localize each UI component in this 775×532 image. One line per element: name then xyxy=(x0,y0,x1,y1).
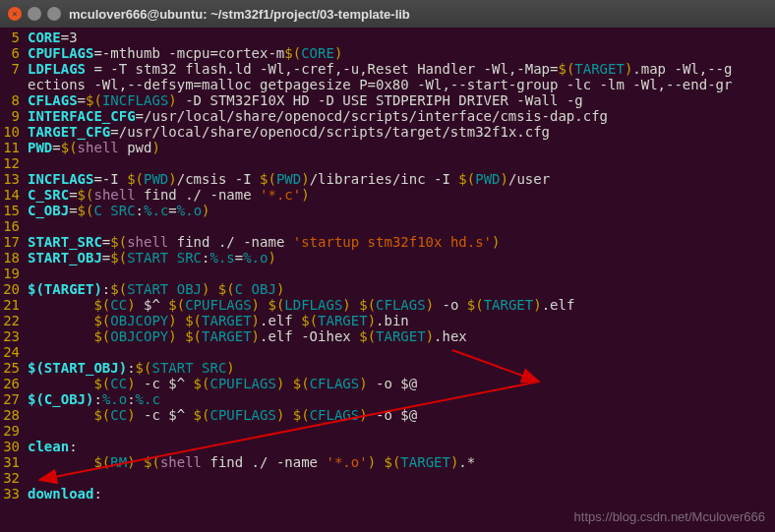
code-line: 11PWD=$(shell pwd) xyxy=(0,140,775,155)
code-line: 22 $(OBJCOPY) $(TARGET).elf $(TARGET).bi… xyxy=(0,313,775,328)
code-line: 23 $(OBJCOPY) $(TARGET).elf -Oihex $(TAR… xyxy=(0,328,775,344)
code-line: 33download: xyxy=(0,486,775,502)
code-line: 13INCFLAGS=-I $(PWD)/cmsis -I $(PWD)/lib… xyxy=(0,171,775,187)
code-line: 20$(TARGET):$(START_OBJ) $(C_OBJ) xyxy=(0,281,775,297)
code-line: 8CFLAGS=$(INCFLAGS) -D STM32F10X_HD -D U… xyxy=(0,92,775,108)
code-line: 27$(C_OBJ):%.o:%.c xyxy=(0,391,775,407)
code-line: 30clean: xyxy=(0,439,775,454)
code-line: 28 $(CC) -c $^ $(CPUFLAGS) $(CFLAGS) -o … xyxy=(0,407,775,423)
code-line: 21 $(CC) $^ $(CPUFLAGS) $(LDFLAGS) $(CFL… xyxy=(0,297,775,313)
code-line: 9INTERFACE_CFG=/usr/local/share/openocd/… xyxy=(0,108,775,124)
watermark: https://blog.csdn.net/Mculover666 xyxy=(574,509,765,524)
code-line: 24 xyxy=(0,344,775,360)
code-line: 12 xyxy=(0,155,775,171)
code-line: 10TARGET_CFG=/usr/local/share/openocd/sc… xyxy=(0,124,775,140)
window-title: mculover666@ubuntu: ~/stm32f1/project/03… xyxy=(69,7,410,22)
window-maximize-button[interactable] xyxy=(47,7,61,21)
code-line: 18START_OBJ=$(START_SRC:%.s=%.o) xyxy=(0,250,775,266)
code-line: 5CORE=3 xyxy=(0,30,775,45)
code-line: 32 xyxy=(0,470,775,486)
window-controls: × xyxy=(8,7,61,21)
code-line: 16 xyxy=(0,218,775,234)
window-close-button[interactable]: × xyxy=(8,7,22,21)
code-line: 17START_SRC=$(shell find ./ -name 'start… xyxy=(0,234,775,250)
code-line: 14C_SRC=$(shell find ./ -name '*.c') xyxy=(0,187,775,203)
code-line: 19 xyxy=(0,266,775,281)
window-minimize-button[interactable] xyxy=(28,7,41,21)
terminal-area[interactable]: 5CORE=3 6CPUFLAGS=-mthumb -mcpu=cortex-m… xyxy=(0,28,775,532)
code-line: 31 $(RM) $(shell find ./ -name '*.o') $(… xyxy=(0,454,775,470)
code-line: ections -Wl,--defsym=malloc_getpagesize_… xyxy=(0,77,775,92)
code-line: 6CPUFLAGS=-mthumb -mcpu=cortex-m$(CORE) xyxy=(0,45,775,61)
code-line: 29 xyxy=(0,423,775,439)
code-line: 15C_OBJ=$(C_SRC:%.c=%.o) xyxy=(0,203,775,218)
code-line: 26 $(CC) -c $^ $(CPUFLAGS) $(CFLAGS) -o … xyxy=(0,376,775,391)
code-line: 25$(START_OBJ):$(START_SRC) xyxy=(0,360,775,376)
window-titlebar: × mculover666@ubuntu: ~/stm32f1/project/… xyxy=(0,0,775,28)
code-line: 7LDFLAGS = -T stm32_flash.ld -Wl,-cref,-… xyxy=(0,61,775,77)
